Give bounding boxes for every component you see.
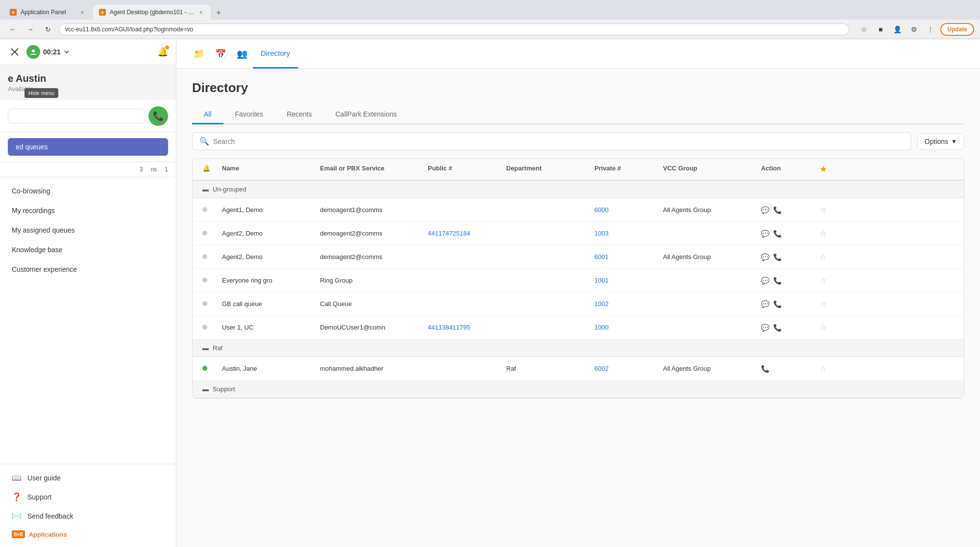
back-button[interactable]: ← bbox=[6, 23, 20, 36]
group-collapse-ungrouped[interactable]: ▬ bbox=[202, 186, 209, 193]
th-department: Department bbox=[502, 159, 590, 180]
row-public-2[interactable]: 441174725184 bbox=[424, 225, 502, 242]
row-private-3[interactable]: 6001 bbox=[590, 248, 659, 265]
star-5[interactable]: ☆ bbox=[820, 300, 827, 308]
group-header-ungrouped[interactable]: ▬ Un-grouped bbox=[193, 181, 964, 198]
menu-icon[interactable]: ⋮ bbox=[924, 23, 937, 36]
star-4[interactable]: ☆ bbox=[820, 276, 827, 285]
dial-input[interactable] bbox=[8, 109, 145, 123]
header-people-button[interactable]: 👥 bbox=[231, 43, 253, 65]
star-1[interactable]: ☆ bbox=[820, 206, 827, 214]
row-star-5[interactable]: ☆ bbox=[816, 294, 835, 313]
call-icon-4[interactable]: 📞 bbox=[773, 277, 782, 285]
sub-tab-favorites[interactable]: Favorites bbox=[223, 105, 275, 124]
call-icon-2[interactable]: 📞 bbox=[773, 230, 782, 238]
group-collapse-support[interactable]: ▬ bbox=[202, 385, 209, 393]
row-star-4[interactable]: ☆ bbox=[816, 271, 835, 290]
extensions-icon[interactable]: ■ bbox=[874, 23, 887, 36]
sidebar-item-support[interactable]: ❓ Support bbox=[0, 487, 176, 506]
settings-icon[interactable]: ⚙ bbox=[907, 23, 921, 36]
row-vcc-4 bbox=[659, 276, 757, 285]
row-action-6: 💬 📞 bbox=[757, 319, 816, 336]
options-button[interactable]: Options ▼ bbox=[917, 133, 964, 150]
chat-icon-5[interactable]: 💬 bbox=[761, 300, 769, 308]
star-3[interactable]: ☆ bbox=[820, 253, 827, 261]
row-star-3[interactable]: ☆ bbox=[816, 247, 835, 266]
chat-icon-4[interactable]: 💬 bbox=[761, 277, 769, 285]
call-icon-6[interactable]: 📞 bbox=[773, 324, 782, 332]
row-name-6: User 1, UC bbox=[218, 319, 316, 336]
sidebar-item-knowledge-base[interactable]: Knowledge base bbox=[0, 240, 176, 260]
sidebar-item-my-assigned-queues[interactable]: My assigned queues bbox=[0, 220, 176, 240]
assigned-queues-button[interactable]: ed queues bbox=[8, 138, 168, 156]
tab-application-panel[interactable]: 8 Application Panel × bbox=[4, 5, 92, 20]
call-icon-raf1[interactable]: 📞 bbox=[761, 365, 769, 373]
url-bar[interactable]: vcc-eu11.8x8.com/AGUI/load.php?loginmode… bbox=[59, 24, 849, 35]
tab-close-1[interactable]: × bbox=[78, 8, 86, 16]
row-public-6[interactable]: 441138411795 bbox=[424, 319, 502, 336]
header-tab-directory[interactable]: Directory bbox=[253, 39, 298, 69]
row-vcc-raf1: All Agents Group bbox=[659, 360, 757, 377]
sub-tab-callpark[interactable]: CallPark Extensions bbox=[324, 105, 409, 124]
row-action-4: 💬 📞 bbox=[757, 272, 816, 289]
status-dot-4 bbox=[202, 278, 207, 283]
star-2[interactable]: ☆ bbox=[820, 229, 827, 238]
row-status-raf1 bbox=[198, 360, 218, 377]
chat-icon-3[interactable]: 💬 bbox=[761, 253, 769, 261]
sidebar-item-co-browsing[interactable]: Co-browsing bbox=[0, 181, 176, 201]
sidebar-item-user-guide[interactable]: 📖 User guide bbox=[0, 468, 176, 487]
sidebar-item-applications[interactable]: 8×8 Applications bbox=[0, 525, 176, 543]
refresh-button[interactable]: ↻ bbox=[41, 23, 55, 36]
call-icon-1[interactable]: 📞 bbox=[773, 206, 782, 214]
header-calendar-button[interactable]: 📅 bbox=[210, 43, 231, 65]
search-input[interactable] bbox=[213, 138, 904, 145]
row-status-3 bbox=[198, 248, 218, 265]
notification-bell[interactable]: 🔔 bbox=[157, 47, 168, 57]
chat-icon-1[interactable]: 💬 bbox=[761, 206, 769, 214]
sub-tab-recents[interactable]: Recents bbox=[275, 105, 323, 124]
call-button[interactable]: 📞 bbox=[148, 106, 168, 126]
profile-icon[interactable]: 👤 bbox=[890, 23, 904, 36]
sub-tab-all[interactable]: All bbox=[192, 105, 223, 124]
co-browsing-label: Co-browsing bbox=[12, 187, 50, 195]
tab-close-2[interactable]: × bbox=[197, 8, 205, 16]
row-star-2[interactable]: ☆ bbox=[816, 224, 835, 243]
call-icon-3[interactable]: 📞 bbox=[773, 253, 782, 261]
group-collapse-raf[interactable]: ▬ bbox=[202, 344, 209, 352]
sidebar-item-customer-experience[interactable]: Customer experience bbox=[0, 260, 176, 279]
stat-item-3: 1 bbox=[165, 166, 168, 173]
update-button[interactable]: Update bbox=[940, 23, 974, 36]
row-private-5[interactable]: 1002 bbox=[590, 295, 659, 312]
header-folder-button[interactable]: 📁 bbox=[188, 43, 210, 65]
sidebar-close-button[interactable] bbox=[8, 45, 22, 59]
row-private-1[interactable]: 6000 bbox=[590, 201, 659, 218]
group-header-support[interactable]: ▬ Support bbox=[193, 381, 964, 398]
bookmark-icon[interactable]: ☆ bbox=[857, 23, 871, 36]
row-private-raf1[interactable]: 6002 bbox=[590, 360, 659, 377]
table-row: Everyone ring gro Ring Group 1001 💬 📞 ☆ bbox=[193, 269, 964, 292]
group-header-raf[interactable]: ▬ Raf bbox=[193, 339, 964, 357]
group-name-support: Support bbox=[213, 385, 235, 393]
my-recordings-label: My recordings bbox=[12, 207, 55, 214]
forward-button[interactable]: → bbox=[24, 23, 37, 36]
chat-icon-6[interactable]: 💬 bbox=[761, 324, 769, 332]
star-6[interactable]: ☆ bbox=[820, 323, 827, 332]
sidebar-item-my-recordings[interactable]: My recordings bbox=[0, 201, 176, 220]
stats-bar: 3 ns 1 bbox=[0, 162, 176, 177]
sidebar-item-send-feedback[interactable]: ✉️ Send feedback bbox=[0, 506, 176, 525]
row-private-2[interactable]: 1003 bbox=[590, 225, 659, 242]
tab-add-button[interactable]: + bbox=[212, 6, 225, 20]
chat-icon-2[interactable]: 💬 bbox=[761, 230, 769, 238]
tab-agent-desktop[interactable]: 8 Agent Desktop (gbdemo101 - ... × bbox=[93, 5, 211, 20]
chevron-down-icon[interactable] bbox=[64, 49, 70, 55]
row-private-6[interactable]: 1000 bbox=[590, 319, 659, 336]
row-star-6[interactable]: ☆ bbox=[816, 318, 835, 337]
status-dot-5 bbox=[202, 301, 207, 306]
row-star-1[interactable]: ☆ bbox=[816, 200, 835, 219]
star-raf1[interactable]: ☆ bbox=[820, 364, 827, 373]
support-label: Support bbox=[27, 493, 51, 501]
row-private-4[interactable]: 1001 bbox=[590, 272, 659, 289]
row-star-raf1[interactable]: ☆ bbox=[816, 359, 835, 378]
row-status-4 bbox=[198, 272, 218, 289]
call-icon-5[interactable]: 📞 bbox=[773, 300, 782, 308]
